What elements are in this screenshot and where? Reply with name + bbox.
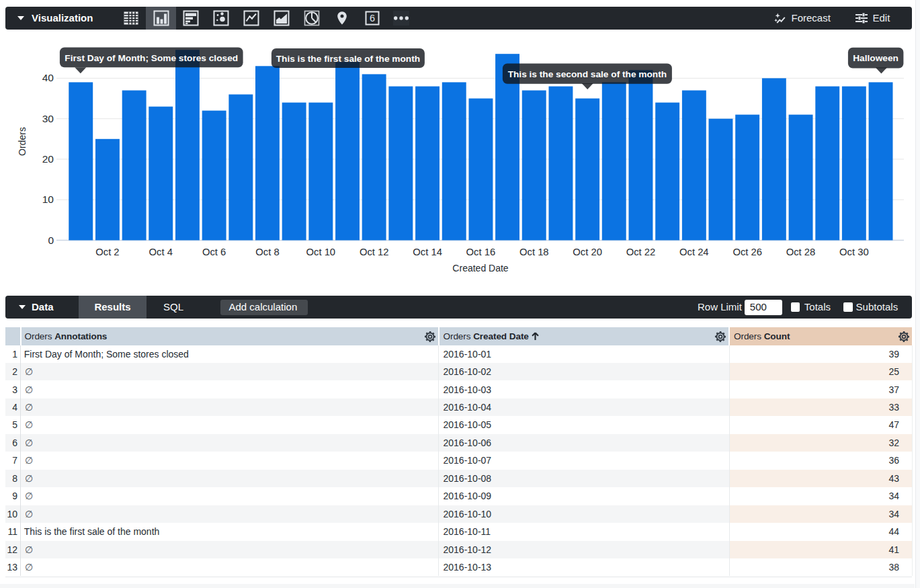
svg-text:40: 40 [42, 72, 54, 83]
svg-text:Oct 20: Oct 20 [573, 247, 602, 257]
svg-text:Oct 18: Oct 18 [519, 247, 549, 257]
svg-text:Oct 22: Oct 22 [626, 247, 656, 257]
svg-text:Oct 6: Oct 6 [202, 247, 226, 257]
svg-text:Oct 10: Oct 10 [306, 247, 336, 257]
svg-text:Oct 14: Oct 14 [413, 247, 442, 257]
svg-text:Created Date: Created Date [452, 263, 508, 274]
svg-text:Orders: Orders [17, 127, 28, 156]
svg-text:Oct 24: Oct 24 [679, 247, 709, 257]
svg-text:20: 20 [42, 153, 54, 165]
svg-text:Oct 16: Oct 16 [466, 247, 496, 257]
svg-text:Oct 8: Oct 8 [255, 247, 279, 257]
svg-text:Oct 12: Oct 12 [360, 247, 389, 257]
svg-text:Oct 28: Oct 28 [786, 247, 816, 257]
svg-text:Oct 4: Oct 4 [149, 247, 173, 257]
svg-text:0: 0 [48, 235, 54, 246]
svg-text:6: 6 [369, 13, 374, 24]
svg-text:10: 10 [42, 194, 54, 205]
svg-text:This is the first sale of the: This is the first sale of the month [276, 54, 420, 64]
svg-text:Halloween: Halloween [853, 53, 898, 63]
svg-text:30: 30 [42, 113, 54, 124]
svg-text:Oct 2: Oct 2 [95, 247, 119, 257]
svg-text:This is the second sale of the: This is the second sale of the month [508, 69, 667, 79]
svg-text:Oct 26: Oct 26 [733, 247, 762, 257]
svg-text:First Day of Month; Some store: First Day of Month; Some stores closed [65, 53, 238, 63]
svg-text:Oct 30: Oct 30 [839, 247, 869, 257]
